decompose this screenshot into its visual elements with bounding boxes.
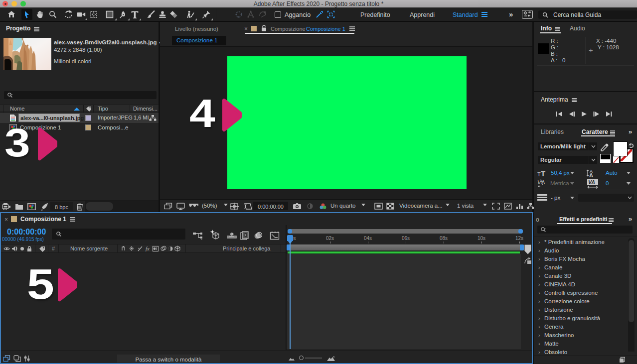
svg-text:JPG: JPG — [11, 116, 14, 118]
svg-text:fx: fx — [146, 245, 150, 251]
svg-text:A: A — [589, 172, 593, 178]
svg-text:T: T — [537, 171, 541, 177]
svg-text:T: T — [541, 169, 545, 177]
